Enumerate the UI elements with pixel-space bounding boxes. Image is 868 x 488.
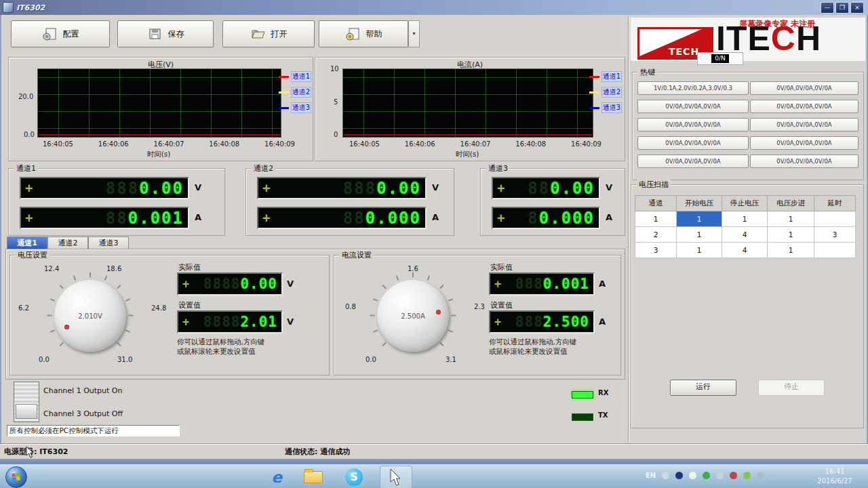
control-note-field[interactable]: 所有控制必须在PC控制模式下运行: [7, 425, 180, 436]
hotkey-button-5[interactable]: 0V/0A,0V/0A,0V/0A: [637, 155, 749, 168]
hotkey-button-10[interactable]: 0V/0A,0V/0A,0V/0A: [750, 155, 859, 168]
legend-item: 通道3: [279, 102, 311, 113]
table-cell[interactable]: 1: [677, 243, 722, 258]
table-cell[interactable]: [814, 243, 856, 258]
stop-button[interactable]: 停止: [758, 380, 825, 396]
skype-taskbar-button[interactable]: S: [340, 467, 368, 487]
hotkey-button-2[interactable]: 0V/0A,0V/0A,0V/0A: [637, 100, 749, 113]
minimize-button[interactable]: —: [821, 2, 834, 14]
toggle-handle[interactable]: [16, 404, 37, 419]
current-xlabel: 时间(s): [342, 150, 592, 159]
run-button[interactable]: 运行: [670, 380, 736, 396]
config-button[interactable]: 配置: [11, 20, 110, 47]
save-button[interactable]: 保存: [117, 20, 214, 47]
channel2-current-display: + 88 0.000: [257, 207, 427, 229]
comm-status: 通信状态: 通信成功: [285, 447, 350, 457]
hotkey-button-9[interactable]: 0V/0A,0V/0A,0V/0A: [750, 136, 859, 150]
tab-channel2[interactable]: 通道2: [47, 237, 88, 249]
tray-icon-1[interactable]: [662, 472, 669, 479]
current-knob[interactable]: 2.500A: [377, 280, 449, 352]
hotkey-button-8[interactable]: 0V/0A,0V/0A,0V/0A: [750, 118, 859, 131]
table-cell[interactable]: 1: [768, 243, 814, 258]
hotkey-button-3[interactable]: 0V/0A,0V/0A,0V/0A: [637, 118, 749, 131]
pointer-app-icon: [389, 468, 403, 486]
channel1-output-label: Channel 1 Output On: [43, 386, 123, 395]
hotkey-button-1[interactable]: 1V/0.1A,2.0V/0.2A,3.0V/0.3: [637, 81, 749, 95]
hotkey-button-4[interactable]: 0V/0A,0V/0A,0V/0A: [637, 136, 749, 150]
series-swatch: [279, 107, 289, 109]
active-app-taskbar-button[interactable]: [380, 466, 412, 488]
help-dropdown-icon[interactable]: ▾: [408, 20, 420, 47]
skype-icon: S: [345, 468, 363, 486]
help-button[interactable]: 帮助: [319, 20, 408, 47]
current-xticks: 16:40:05 16:40:06 16:40:07 16:40:08 16:4…: [349, 140, 601, 148]
table-cell[interactable]: 3: [635, 243, 677, 258]
clock-time: 16:41: [807, 467, 863, 476]
output-toggle-switch[interactable]: [14, 382, 39, 422]
language-indicator[interactable]: EN: [646, 472, 656, 479]
polarity-icon: +: [262, 210, 272, 226]
tray-icon-2[interactable]: [675, 472, 683, 479]
tray-icon-3[interactable]: [689, 472, 696, 479]
save-icon: [147, 27, 163, 41]
table-cell[interactable]: 1: [768, 211, 814, 227]
system-tray[interactable]: EN: [646, 472, 764, 479]
tx-led: [572, 413, 593, 421]
current-set-display[interactable]: + 888 2.500: [489, 310, 595, 333]
table-cell[interactable]: 2: [635, 227, 677, 243]
browser-taskbar-button[interactable]: e: [263, 467, 290, 487]
explorer-taskbar-button[interactable]: [300, 467, 327, 487]
tray-icon-4[interactable]: [703, 472, 710, 479]
table-cell[interactable]: 1: [677, 227, 722, 243]
browser-icon: e: [271, 468, 282, 486]
help-icon: [345, 27, 361, 41]
start-button[interactable]: [5, 466, 27, 488]
table-cell[interactable]: 4: [722, 227, 768, 243]
current-ytick: 5: [334, 98, 338, 106]
taskbar-clock[interactable]: 16:41 2016/6/27: [807, 467, 863, 486]
maximize-button[interactable]: ❐: [835, 2, 849, 14]
app-icon: [3, 2, 14, 13]
polarity-icon: +: [25, 210, 35, 226]
taskbar: e S EN 16:41 2016/6/27: [0, 464, 868, 488]
channel2-label: 通道2: [252, 163, 275, 174]
mouse-cursor-icon: [26, 446, 35, 458]
legend-item: 通道2: [279, 87, 311, 98]
tab-channel1[interactable]: 通道1: [7, 237, 47, 249]
close-button[interactable]: ×: [850, 2, 864, 14]
tray-icon-6[interactable]: [730, 472, 737, 479]
table-cell[interactable]: 4: [722, 243, 768, 258]
current-ytick: 10: [330, 65, 339, 73]
table-cell[interactable]: 1: [722, 211, 768, 227]
current-chart-panel: 电流(A) 10 5 0 16:40:05 16:40:06 16:40:07 …: [315, 57, 625, 161]
voltage-xlabel: 时间(s): [37, 150, 280, 159]
title-bar[interactable]: IT6302 — ❐ ×: [0, 0, 868, 15]
open-button[interactable]: 打开: [222, 20, 315, 47]
tray-icon-5[interactable]: [716, 472, 724, 479]
series-swatch: [589, 92, 599, 94]
sweep-header-row: 通道 开始电压 停止电压 电压步进 延时: [635, 196, 856, 211]
polarity-icon: +: [262, 180, 272, 196]
tray-icon-7[interactable]: [743, 472, 751, 479]
hotkey-button-6[interactable]: 0V/0A,0V/0A,0V/0A: [750, 81, 859, 95]
voltage-set-display[interactable]: + 8888 2.01: [177, 310, 283, 333]
channel3-current-display: + 8 0.000: [492, 207, 600, 229]
voltage-hint: 你可以通过鼠标拖动,方向键 或鼠标滚轮来更改设置值: [177, 337, 264, 356]
tray-icon-8[interactable]: [757, 472, 764, 479]
legend-item: 通道3: [589, 102, 622, 113]
hotkey-button-7[interactable]: 0V/0A,0V/0A,0V/0A: [750, 100, 859, 113]
table-cell[interactable]: 1: [768, 227, 814, 243]
polarity-icon: +: [497, 180, 507, 196]
voltage-knob[interactable]: 2.010V: [54, 280, 126, 352]
tab-channel3[interactable]: 通道3: [88, 237, 129, 249]
series-swatch: [589, 107, 599, 109]
current-actual-display: + 888 0.001: [489, 272, 595, 296]
window-title: IT6302: [16, 3, 45, 12]
table-cell[interactable]: 3: [814, 227, 856, 243]
status-bar: 电源型号: IT6302 通信状态: 通信成功: [0, 443, 868, 459]
table-cell-selected[interactable]: 1: [677, 211, 722, 227]
table-cell[interactable]: [814, 211, 856, 227]
rx-label: RX: [598, 389, 608, 396]
rx-led: [572, 391, 593, 399]
table-cell[interactable]: 1: [635, 211, 677, 227]
